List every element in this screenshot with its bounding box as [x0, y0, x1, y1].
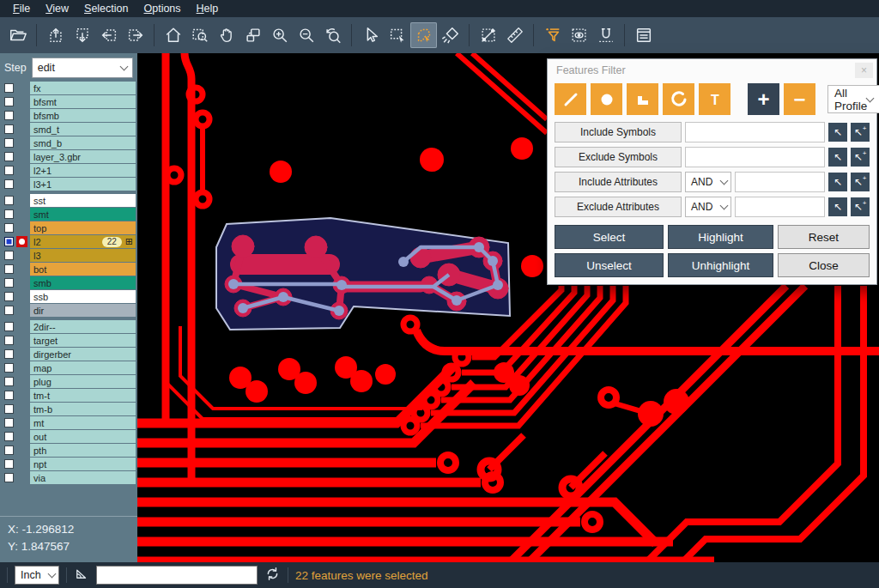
layer-checkbox[interactable] — [4, 166, 14, 175]
layer-npt[interactable]: npt — [30, 458, 136, 470]
layer-checkbox[interactable] — [4, 292, 14, 301]
filter-value-input[interactable] — [735, 172, 825, 192]
unselect-button[interactable]: Unselect — [555, 253, 664, 277]
layer-checkbox[interactable] — [4, 377, 14, 386]
home-view-icon[interactable] — [160, 22, 186, 48]
layer-checkbox[interactable] — [4, 336, 14, 345]
layer-target[interactable]: target — [30, 334, 136, 347]
layer-checkbox[interactable] — [4, 404, 14, 414]
layer-fx[interactable]: fx — [30, 82, 136, 94]
pick-add-button[interactable]: ↖+ — [851, 197, 870, 216]
layer-smb[interactable]: smb — [30, 276, 136, 289]
layer-checkbox[interactable] — [4, 473, 14, 482]
pick-button[interactable]: ↖ — [828, 148, 847, 167]
layer-top[interactable]: top — [30, 221, 136, 234]
zoom-out-icon[interactable] — [293, 22, 319, 48]
include-attributes-button[interactable]: Include Attributes — [555, 172, 682, 192]
layer-smt[interactable]: smt — [30, 208, 136, 221]
pan-hand-icon[interactable] — [213, 22, 239, 48]
text-tool-icon[interactable]: T — [699, 83, 730, 115]
command-input[interactable] — [96, 566, 258, 585]
unhighlight-button[interactable]: Unhighlight — [668, 253, 773, 277]
surface-tool-icon[interactable] — [627, 83, 658, 115]
menu-selection[interactable]: Selection — [76, 2, 136, 15]
arc-tool-icon[interactable] — [663, 83, 694, 115]
pick-add-button[interactable]: ↖+ — [851, 148, 870, 167]
layer-checkbox[interactable] — [4, 278, 14, 288]
show-features-icon[interactable] — [566, 22, 592, 48]
pick-add-button[interactable]: ↖+ — [851, 173, 870, 191]
snap-magnet-icon[interactable] — [592, 22, 619, 48]
layer-checkbox[interactable] — [4, 97, 14, 106]
profile-select[interactable]: All Profile — [827, 85, 879, 113]
layer-checkbox[interactable] — [4, 322, 14, 331]
layer-checkbox[interactable] — [4, 446, 14, 455]
pan-up-icon[interactable] — [42, 22, 69, 48]
clear-selection-icon[interactable] — [437, 22, 464, 48]
measure-distance-icon[interactable] — [475, 22, 501, 48]
menu-view[interactable]: View — [38, 2, 76, 15]
layer-bfsmb[interactable]: bfsmb — [30, 109, 136, 122]
pick-button[interactable]: ↖ — [828, 173, 847, 191]
layer-checkbox[interactable] — [4, 251, 14, 260]
layer-checkbox[interactable] — [4, 237, 14, 246]
layer-tm-b[interactable]: tm-b — [30, 403, 136, 415]
pan-down-icon[interactable] — [69, 22, 95, 48]
layer-plug[interactable]: plug — [30, 375, 136, 388]
layer-checkbox[interactable] — [4, 152, 14, 161]
layer-bot[interactable]: bot — [30, 263, 136, 276]
angle-tool-icon[interactable] — [74, 566, 89, 585]
pad-tool-icon[interactable] — [591, 83, 622, 115]
pick-add-button[interactable]: ↖+ — [851, 123, 870, 142]
layer-checkbox[interactable] — [4, 363, 14, 373]
pick-button[interactable]: ↖ — [828, 123, 847, 142]
layer-map[interactable]: map — [30, 361, 136, 374]
layer-bfsmt[interactable]: bfsmt — [30, 95, 136, 108]
reset-button[interactable]: Reset — [778, 225, 870, 249]
layer-checkbox[interactable] — [4, 83, 14, 93]
close-icon[interactable]: × — [855, 63, 873, 78]
zoom-in-icon[interactable] — [266, 22, 293, 48]
layer-checkbox[interactable] — [4, 124, 14, 134]
zoom-area-icon[interactable] — [186, 22, 213, 48]
layer-checkbox[interactable] — [4, 111, 14, 120]
layer-2dir--[interactable]: 2dir-- — [30, 320, 136, 333]
zoom-window-icon[interactable] — [239, 22, 266, 48]
layer-checkbox[interactable] — [4, 264, 14, 274]
step-select[interactable]: edit — [32, 58, 133, 78]
add-mode-button[interactable]: + — [748, 83, 779, 115]
select-polygon-icon[interactable] — [410, 22, 437, 48]
layer-out[interactable]: out — [30, 430, 136, 443]
operator-select[interactable]: AND — [685, 197, 731, 217]
line-tool-icon[interactable] — [555, 83, 586, 115]
layer-l3+1[interactable]: l3+1 — [30, 178, 136, 191]
units-select[interactable]: Inch — [15, 566, 59, 585]
remove-mode-button[interactable]: − — [784, 83, 815, 115]
layer-smd_b[interactable]: smd_b — [30, 136, 136, 149]
exclude-attributes-button[interactable]: Exclude Attributes — [555, 197, 682, 217]
sync-icon[interactable] — [264, 566, 281, 585]
layer-layer_3.gbr[interactable]: layer_3.gbr — [30, 150, 136, 163]
layer-checkbox[interactable] — [4, 391, 14, 400]
layer-tm-t[interactable]: tm-t — [30, 389, 136, 402]
layer-checkbox[interactable] — [4, 306, 14, 315]
exclude-symbols-button[interactable]: Exclude Symbols — [555, 147, 682, 167]
features-filter-icon[interactable] — [539, 22, 566, 48]
layer-checkbox[interactable] — [4, 459, 14, 469]
highlight-button[interactable]: Highlight — [668, 225, 773, 249]
menu-options[interactable]: Options — [136, 2, 188, 15]
pan-right-icon[interactable] — [122, 22, 149, 48]
menu-help[interactable]: Help — [189, 2, 227, 15]
layer-checkbox[interactable] — [4, 418, 14, 427]
layer-checkbox[interactable] — [4, 179, 14, 189]
layer-active-indicator[interactable] — [14, 236, 30, 247]
zoom-previous-icon[interactable] — [319, 22, 346, 48]
open-folder-icon[interactable] — [4, 22, 31, 48]
layer-ssb[interactable]: ssb — [30, 290, 136, 303]
layer-pth[interactable]: pth — [30, 444, 136, 457]
layer-l2[interactable]: l222⊞ — [30, 235, 136, 248]
layer-smd_t[interactable]: smd_t — [30, 123, 136, 136]
menu-file[interactable]: File — [5, 2, 38, 15]
layer-l3[interactable]: l3 — [30, 249, 136, 262]
layer-checkbox[interactable] — [4, 432, 14, 441]
